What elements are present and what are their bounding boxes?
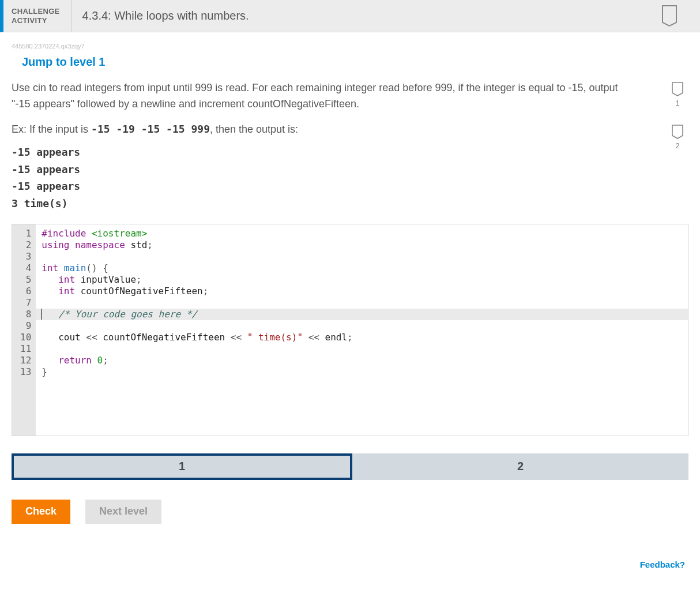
example-suffix: , then the output is: bbox=[210, 123, 298, 135]
example-line: Ex: If the input is -15 -19 -15 -15 999,… bbox=[12, 123, 688, 136]
editor-code-area[interactable]: #include <iostream>using namespace std;i… bbox=[36, 224, 688, 436]
example-input: -15 -19 -15 -15 999 bbox=[91, 123, 210, 135]
level-tab-1[interactable]: 1 bbox=[12, 453, 352, 480]
tag-icon bbox=[671, 82, 684, 97]
level-tab-2[interactable]: 2 bbox=[352, 453, 688, 480]
activity-kicker: CHALLENGE ACTIVITY bbox=[3, 0, 72, 32]
jump-to-level-link[interactable]: Jump to level 1 bbox=[12, 52, 688, 80]
example-prefix: Ex: If the input is bbox=[12, 123, 91, 135]
bookmark-icon bbox=[661, 5, 678, 27]
level-tag-number: 1 bbox=[676, 99, 680, 107]
bookmark-button[interactable] bbox=[661, 5, 700, 27]
level-rail: 1 2 bbox=[671, 82, 684, 150]
code-editor[interactable]: 12345678910111213 #include <iostream>usi… bbox=[12, 224, 688, 436]
level-tag-number: 2 bbox=[676, 142, 680, 150]
question-id: 445580.2370224.qx3zqy7 bbox=[12, 32, 688, 52]
level-selector: 1 2 bbox=[12, 453, 688, 480]
button-row: Check Next level bbox=[12, 500, 688, 524]
kicker-line1: CHALLENGE bbox=[12, 7, 60, 16]
activity-title: 4.3.4: While loops with numbers. bbox=[72, 9, 249, 22]
level-tag-2[interactable]: 2 bbox=[671, 125, 684, 150]
next-level-button: Next level bbox=[85, 500, 161, 524]
feedback-link[interactable]: Feedback? bbox=[12, 560, 688, 569]
expected-output: -15 appears -15 appears -15 appears 3 ti… bbox=[12, 144, 688, 212]
check-button[interactable]: Check bbox=[12, 500, 70, 524]
level-tag-1[interactable]: 1 bbox=[671, 82, 684, 107]
tag-icon bbox=[671, 125, 684, 140]
kicker-line2: ACTIVITY bbox=[12, 16, 60, 25]
prompt-text: Use cin to read integers from input unti… bbox=[12, 80, 637, 112]
activity-header: CHALLENGE ACTIVITY 4.3.4: While loops wi… bbox=[0, 0, 700, 32]
activity-content: 445580.2370224.qx3zqy7 Jump to level 1 1… bbox=[0, 32, 700, 581]
editor-gutter: 12345678910111213 bbox=[12, 224, 36, 436]
